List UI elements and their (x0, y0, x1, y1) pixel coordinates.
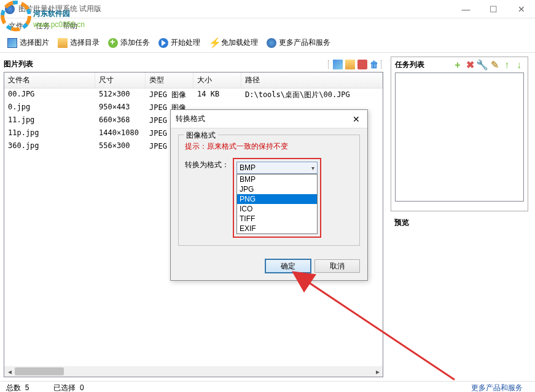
maximize-button[interactable]: ☐ (480, 0, 507, 18)
task-config-icon[interactable]: 🔧 (477, 60, 487, 70)
task-panel: 任务列表 + ✖ 🔧 ✎ ↑ ↓ (391, 57, 528, 211)
plus-icon (108, 38, 118, 48)
convert-format-dialog: 转换格式 ✕ 图像格式 提示：原来格式一致的保持不变 转换为格式： BMP ▾ … (170, 109, 368, 281)
highlight-box: BMP ▾ BMPJPGPNGICOTIFFEXIF (233, 158, 321, 238)
status-link[interactable]: 更多产品和服务 (109, 383, 529, 392)
col-path[interactable]: 路径 (241, 73, 383, 88)
col-filename[interactable]: 文件名 (4, 73, 95, 88)
menu-task[interactable]: 任务 (29, 19, 57, 33)
table-header: 文件名 尺寸 类型 大小 路径 (4, 73, 383, 88)
scroll-left-button[interactable]: ◂ (4, 366, 15, 377)
image-list-title: 图片列表 (4, 59, 33, 69)
bolt-icon: ⚡ (209, 38, 219, 48)
image-icon (7, 38, 17, 48)
dropdown-option[interactable]: EXIF (237, 224, 317, 233)
dropdown-option[interactable]: ICO (237, 204, 317, 214)
dialog-close-icon[interactable]: ✕ (350, 114, 362, 124)
dropdown-option[interactable]: TIFF (237, 214, 317, 224)
close-button[interactable]: ✕ (507, 0, 535, 18)
select-dir-button[interactable]: 选择目录 (54, 35, 103, 50)
format-label: 转换为格式： (185, 158, 229, 170)
menu-help[interactable]: 帮助 (57, 19, 84, 33)
statusbar: 总数 5 已选择 0 更多产品和服务 (0, 381, 535, 392)
select-image-button[interactable]: 选择图片 (4, 35, 53, 50)
task-list-title: 任务列表 (395, 60, 424, 70)
separator-icon (381, 60, 383, 69)
table-row[interactable]: 00.JPG512×300JPEG 图像14 KBD:\tools\桌面\图片\… (4, 88, 383, 101)
status-selected: 已选择 0 (53, 383, 84, 392)
play-icon (158, 38, 168, 48)
task-clean-icon[interactable]: ✎ (490, 60, 499, 70)
groupbox-title: 图像格式 (184, 130, 218, 141)
app-icon (5, 4, 15, 14)
task-add-icon[interactable]: + (453, 60, 463, 70)
start-button[interactable]: 开始处理 (155, 35, 204, 50)
separator-icon (328, 60, 330, 69)
format-combo[interactable]: BMP ▾ (236, 162, 318, 174)
app-title: 图片批量处理系统 试用版 (18, 4, 101, 14)
dropdown-option[interactable]: JPG (237, 184, 317, 194)
task-list-body (395, 73, 524, 202)
chevron-down-icon: ▾ (311, 165, 314, 171)
globe-icon (267, 38, 276, 48)
cancel-button[interactable]: 取消 (314, 259, 360, 273)
scroll-right-button[interactable]: ▸ (372, 366, 383, 377)
preview-panel: 预览 (391, 215, 528, 377)
free-process-button[interactable]: ⚡免加载处理 (205, 35, 262, 50)
delete-icon[interactable] (357, 60, 367, 69)
col-size[interactable]: 大小 (193, 73, 241, 88)
more-products-button[interactable]: 更多产品和服务 (263, 35, 334, 50)
horizontal-scrollbar[interactable]: ◂ ▸ (4, 366, 383, 377)
minimize-button[interactable]: — (452, 0, 480, 18)
view-win-icon[interactable] (333, 60, 343, 69)
menu-file[interactable]: 文件 (2, 19, 29, 33)
toolbar: 选择图片 选择目录 添加任务 开始处理 ⚡免加载处理 更多产品和服务 (0, 33, 535, 53)
dialog-title: 转换格式 (176, 114, 205, 124)
status-total: 总数 5 (6, 383, 29, 392)
ok-button[interactable]: 确定 (265, 259, 311, 273)
scroll-thumb[interactable] (15, 367, 64, 375)
dropdown-option[interactable]: PNG (237, 194, 317, 204)
view-folder-icon[interactable] (345, 60, 355, 69)
task-remove-icon[interactable]: ✖ (465, 60, 475, 70)
format-dropdown[interactable]: BMPJPGPNGICOTIFFEXIF (236, 174, 318, 234)
image-list-tools: 🗑 (328, 60, 383, 69)
folder-icon (58, 38, 68, 48)
task-up-icon[interactable]: ↑ (502, 60, 512, 70)
dialog-hint: 提示：原来格式一致的保持不变 (185, 141, 353, 152)
trash-icon[interactable]: 🗑 (370, 60, 378, 69)
dropdown-option[interactable]: BMP (237, 174, 317, 184)
menubar: 文件 任务 帮助 (0, 18, 535, 33)
titlebar: 图片批量处理系统 试用版 — ☐ ✕ (0, 0, 535, 18)
add-task-button[interactable]: 添加任务 (104, 35, 154, 50)
preview-title: 预览 (394, 218, 525, 228)
task-down-icon[interactable]: ↓ (514, 60, 524, 70)
col-type[interactable]: 类型 (146, 73, 193, 88)
col-dimension[interactable]: 尺寸 (95, 73, 146, 88)
